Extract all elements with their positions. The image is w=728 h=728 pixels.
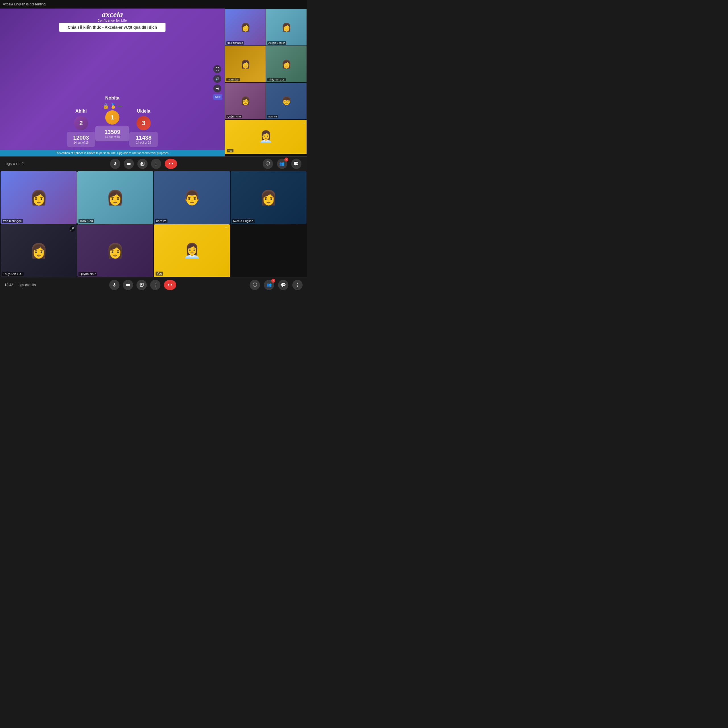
info-icon-top: ⓘ [266, 161, 270, 166]
share-icon-bottom [139, 283, 144, 287]
sidebar-video-bg-3: 👩 [225, 46, 266, 83]
people-icon-top: 👥 [279, 161, 284, 166]
bottom-video-axcelaenglish: 👩 Axcela English [231, 171, 307, 224]
people-btn-bottom[interactable]: 👥 7 [264, 280, 274, 290]
player-nobita-score: 13509 [99, 129, 125, 135]
chat-btn-top[interactable]: 💬 [291, 159, 301, 169]
share-btn-top[interactable] [138, 159, 148, 169]
bottom-video-person-6: 👩 [77, 224, 154, 277]
player-nobita-score-block: 13509 15 out of 18 [95, 126, 129, 141]
more-btn-top[interactable]: ⋮ [151, 159, 161, 169]
end-call-btn-top[interactable] [165, 159, 177, 169]
more-btn-bottom[interactable]: ⋮ [150, 280, 161, 290]
bottom-video-trankieu: 👩 Tran Kieu [77, 171, 154, 224]
sidebar-video-thuyanhluu: 👩 Thúy Anh Lưu [266, 46, 307, 83]
sidebar-video-trankieu: 👩 Tran Kieu [225, 46, 266, 83]
camera-icon-top [127, 162, 131, 166]
next-btn[interactable]: Next [213, 94, 222, 100]
kahoot-bottom-notice: This edition of Kahoot! is limited to pe… [0, 150, 225, 156]
chat-btn-bottom[interactable]: 💬 [278, 280, 288, 290]
mic-icon-top [113, 162, 118, 166]
share-btn-bottom[interactable] [136, 280, 147, 290]
bottom-video-label-1: tran bichngoc [2, 219, 23, 223]
skip-btn[interactable]: ⏭ [213, 84, 221, 92]
toolbar-center-top: ⋮ [110, 159, 177, 169]
bottom-video-label-4: Axcela English [232, 219, 254, 223]
bottom-video-label-3: nam vo [155, 219, 168, 223]
sidebar-video-you: 👩‍💼 You ⋯ [225, 120, 307, 154]
player-ahihi-progress: 14 out of 18 [71, 141, 91, 144]
logo-text: axcela [98, 10, 127, 19]
sidebar-video-bg-7: 👩‍💼 [226, 120, 306, 153]
fullscreen-btn[interactable]: ⛶ [213, 65, 221, 73]
mic-btn-top[interactable] [110, 159, 120, 169]
bottom-video-tranbichngoc: 👩 tran bichngoc [1, 171, 77, 224]
sidebar-video-bg-4: 👩 [266, 46, 307, 83]
sidebar-video-label-2: Axcela English [267, 41, 286, 44]
info-btn-bottom[interactable]: ⓘ [250, 280, 260, 290]
share-icon-top [140, 162, 145, 166]
more-options-btn-bottom[interactable]: ⋮ [292, 280, 303, 290]
kahoot-title: Chia sẻ kiến thức - Axcela-er vượt qua đ… [59, 23, 165, 32]
mic-icon-bottom [112, 283, 116, 287]
player-ahihi-rank: 2 [74, 116, 88, 130]
bottom-toolbar: 13:42 | ogs-ctxc-ifs ⋮ ⓘ 👥 7 💬 [0, 278, 307, 292]
chat-icon-bottom: 💬 [281, 282, 286, 288]
player-ukiela-rank: 3 [136, 116, 151, 130]
player-ukiela-score: 11438 [134, 135, 154, 141]
player-ahihi-score: 12003 [71, 135, 91, 141]
toolbar-right-top: ⓘ 👥 8 💬 [263, 159, 301, 169]
participant-badge-bottom: 7 [271, 279, 275, 283]
sidebar-video-label-7: You [227, 149, 234, 153]
video-options-dots[interactable]: ⋯ [301, 121, 305, 125]
bottom-video-thuyanhluu: 🎤 👩 Thúy Anh Lưu [1, 224, 77, 277]
sidebar-video-bg-2: 👩 [266, 9, 307, 46]
time-display: 13:42 [5, 283, 13, 287]
people-btn-top[interactable]: 👥 8 [277, 159, 287, 169]
sidebar-video-label-6: nam vo [267, 115, 278, 118]
camera-btn-bottom[interactable] [123, 280, 133, 290]
sidebar-video-tranbichngoc: 👩 tran bichn​goc [225, 9, 266, 46]
end-call-icon-bottom [168, 283, 172, 287]
bottom-video-person-4: 👩 [231, 171, 307, 224]
more-options-icon-bottom: ⋮ [295, 282, 300, 288]
bottom-video-options-7[interactable]: ⋯ [225, 226, 228, 230]
mic-btn-bottom[interactable] [109, 280, 119, 290]
sidebar-video-grid: 👩 tran bichn​goc 👩 Axcela English 👩 Tran… [225, 9, 307, 156]
player-nobita: Nobita 🔒 🥇 ➖ 1 13509 15 out of 18 [95, 96, 129, 141]
bottom-meeting-id: ogs-ctxc-ifs [18, 283, 36, 287]
bottom-left: 13:42 | ogs-ctxc-ifs [5, 283, 36, 287]
player-ahihi: Ahihi 2 12003 14 out of 18 [67, 109, 95, 147]
more-icon-bottom: ⋮ [153, 282, 157, 288]
info-btn-top[interactable]: ⓘ [263, 159, 273, 169]
bottom-video-namvo: 👨 nam vo [154, 171, 230, 224]
people-icon-bottom: 👥 [266, 282, 272, 288]
sidebar-video-label-3: Tran Kieu [226, 78, 240, 81]
player-nobita-name: Nobita [105, 96, 119, 101]
bottom-video-person-7: 👩‍💼 [154, 225, 229, 277]
bottom-video-label-6: Quỳnh Như [78, 272, 97, 276]
sidebar-video-bg-1: 👩 [225, 9, 266, 46]
sidebar-video-label-4: Thúy Anh Lưu [267, 78, 286, 81]
info-icon-bottom: ⓘ [253, 282, 257, 288]
axcela-logo: axcela Confidence for Life [98, 10, 127, 22]
volume-btn[interactable]: 🔊 [213, 75, 221, 83]
toolbar-center-bottom: ⋮ [109, 280, 176, 290]
bottom-video-label-7: You [156, 272, 163, 275]
player-ukiela: Ukiela 3 11438 14 out of 18 [129, 109, 158, 147]
presenting-text: Axcela English is presenting [3, 2, 46, 6]
bottom-video-person-3: 👨 [154, 171, 230, 224]
bottom-video-person-1: 👩 [1, 171, 77, 224]
end-call-btn-bottom[interactable] [164, 280, 176, 290]
sidebar-video-axcela: 👩 Axcela English [266, 9, 307, 46]
bottom-video-label-2: Tran Kieu [78, 219, 94, 223]
top-bar: Axcela English is presenting [0, 0, 307, 9]
camera-btn-top[interactable] [124, 159, 134, 169]
player-ukiela-score-block: 11438 14 out of 18 [129, 132, 158, 147]
podium-area: Ahihi 2 12003 14 out of 18 Nobita 🔒 🥇 ➖ [0, 38, 225, 150]
sidebar-video-namvo: 👦 nam vo [266, 83, 307, 119]
bottom-video-person-5: 👩 [1, 224, 77, 277]
player-nobita-rank: 1 [105, 110, 119, 125]
chat-icon-top: 💬 [294, 161, 299, 166]
player-nobita-progress: 15 out of 18 [99, 135, 125, 139]
